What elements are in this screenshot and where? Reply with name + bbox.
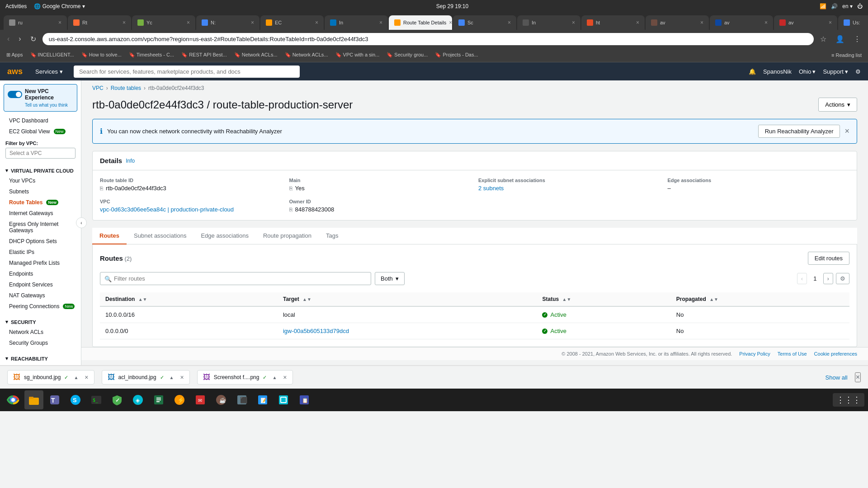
bookmark-7[interactable]: 🔖 VPC with a sin... bbox=[334, 51, 382, 59]
vpc-link[interactable]: vpc-0d63c3d06ee5ea84c | production-priva… bbox=[100, 206, 234, 213]
info-banner-close-button[interactable]: × bbox=[844, 127, 849, 136]
sidebar-item-nat-gateways[interactable]: NAT Gateways bbox=[0, 290, 81, 301]
taskbar-app-red[interactable]: ✉ bbox=[191, 390, 210, 409]
sidebar-item-vpc-dashboard[interactable]: VPC Dashboard bbox=[0, 115, 81, 126]
sidebar-item-endpoints[interactable]: Endpoints bbox=[0, 268, 81, 279]
subnets-link[interactable]: 2 subnets bbox=[478, 185, 504, 192]
bookmark-8[interactable]: 🔖 Security grou... bbox=[385, 51, 429, 59]
aws-notifications-icon[interactable]: 🔔 bbox=[749, 68, 756, 75]
bookmark-3[interactable]: 🔖 Timesheets - C... bbox=[127, 51, 176, 59]
taskbar-app-gray[interactable]: ⬛ bbox=[232, 390, 251, 409]
language-selector[interactable]: en ▾ bbox=[842, 3, 853, 9]
active-browser-tab[interactable]: Route Table Details × bbox=[389, 15, 452, 30]
taskbar-app-indigo[interactable]: 📋 bbox=[295, 390, 314, 409]
browser-tab[interactable]: Yc × bbox=[132, 15, 195, 30]
sidebar-section-header-security[interactable]: ▾ SECURITY bbox=[0, 315, 81, 327]
taskbar-app-orange[interactable]: ⚡ bbox=[170, 390, 189, 409]
download-item-2[interactable]: 🖼 acl_inbound.jpg ✓ ▲ × bbox=[102, 370, 190, 385]
vpc-experience-toggle[interactable]: New VPC Experience bbox=[8, 88, 73, 101]
settings-icon[interactable]: ⚙ bbox=[855, 68, 861, 75]
taskbar-apps-button[interactable]: ⋮⋮⋮ bbox=[833, 393, 864, 407]
copy-icon[interactable]: ⎘ bbox=[289, 185, 292, 192]
table-settings-button[interactable]: ⚙ bbox=[836, 273, 849, 284]
aws-search-input[interactable] bbox=[74, 66, 300, 78]
bookmark-9[interactable]: 🔖 Projects - Das... bbox=[433, 51, 480, 59]
col-destination[interactable]: Destination ▲▼ bbox=[100, 292, 278, 306]
taskbar-app-skype[interactable]: S bbox=[66, 390, 85, 409]
taskbar-app-terminal[interactable]: $_ bbox=[87, 390, 106, 409]
reload-button[interactable]: ↻ bbox=[28, 33, 39, 45]
profile-button[interactable]: 👤 bbox=[833, 33, 847, 45]
next-page-button[interactable]: › bbox=[823, 273, 833, 284]
download-chevron-icon[interactable]: ▲ bbox=[74, 375, 78, 380]
routes-filter-input[interactable] bbox=[100, 272, 371, 285]
sidebar-item-your-vpcs[interactable]: Your VPCs bbox=[0, 175, 81, 186]
igw-link[interactable]: igw-00a5b605133d79dcd bbox=[283, 328, 349, 334]
power-icon[interactable]: ⏻ bbox=[857, 3, 863, 9]
download-chevron-icon[interactable]: ▲ bbox=[272, 375, 277, 380]
taskbar-app-files[interactable] bbox=[24, 390, 43, 409]
sidebar-item-peering-connections[interactable]: Peering Connections New bbox=[0, 301, 81, 312]
sidebar-item-endpoint-services[interactable]: Endpoint Services bbox=[0, 279, 81, 290]
cookie-preferences-link[interactable]: Cookie preferences bbox=[814, 351, 857, 357]
browser-tab[interactable]: EC × bbox=[260, 15, 324, 30]
sidebar-item-dhcp[interactable]: DHCP Options Sets bbox=[0, 236, 81, 247]
taskbar-app-teams[interactable]: T bbox=[45, 390, 64, 409]
details-info-link[interactable]: Info bbox=[126, 158, 135, 164]
taskbar-app-brown[interactable]: ☕ bbox=[212, 390, 231, 409]
bookmark-button[interactable]: ☆ bbox=[817, 33, 829, 45]
vpc-experience-switch[interactable] bbox=[8, 91, 22, 98]
browser-tab[interactable]: N: × bbox=[196, 15, 259, 30]
vpc-experience-sub[interactable]: Tell us what you think bbox=[25, 103, 73, 108]
address-bar[interactable] bbox=[42, 33, 814, 45]
browser-tab[interactable]: Sc × bbox=[453, 15, 516, 30]
show-all-button[interactable]: Show all bbox=[826, 374, 848, 381]
sidebar-item-security-groups[interactable]: Security Groups bbox=[0, 338, 81, 348]
services-menu-button[interactable]: Services ▾ bbox=[32, 66, 66, 77]
sidebar-item-subnets[interactable]: Subnets bbox=[0, 186, 81, 197]
aws-region-menu[interactable]: Ohio ▾ bbox=[799, 68, 816, 75]
bookmark-1[interactable]: 🔖 INCELLIGENT... bbox=[28, 51, 76, 59]
sidebar-collapse-button[interactable]: ‹ bbox=[76, 217, 87, 228]
download-close-button[interactable]: × bbox=[85, 374, 88, 381]
copy-icon[interactable]: ⎘ bbox=[289, 206, 292, 213]
aws-user-menu[interactable]: SpanosNik bbox=[763, 68, 792, 75]
actions-button[interactable]: Actions ▾ bbox=[818, 98, 857, 112]
col-target[interactable]: Target ▲▼ bbox=[278, 292, 537, 306]
back-button[interactable]: ‹ bbox=[5, 33, 12, 45]
terms-of-use-link[interactable]: Terms of Use bbox=[778, 351, 807, 357]
sidebar-section-header-reachability[interactable]: ▾ REACHABILITY bbox=[0, 352, 81, 363]
browser-tab[interactable]: Rt × bbox=[68, 15, 131, 30]
sidebar-item-route-tables[interactable]: Route Tables New bbox=[0, 197, 81, 208]
download-bar-close-button[interactable]: × bbox=[855, 372, 861, 382]
sidebar-item-network-acls[interactable]: Network ACLs bbox=[0, 327, 81, 338]
chrome-indicator[interactable]: 🌐 Google Chrome ▾ bbox=[34, 3, 85, 9]
col-status[interactable]: Status ▲▼ bbox=[537, 292, 670, 306]
browser-tab[interactable]: ht × bbox=[581, 15, 645, 30]
taskbar-app-shield[interactable]: ✓ bbox=[108, 390, 127, 409]
browser-tab[interactable]: In × bbox=[517, 15, 580, 30]
taskbar-app-tool[interactable]: ◈ bbox=[128, 390, 147, 409]
privacy-policy-link[interactable]: Privacy Policy bbox=[739, 351, 770, 357]
prev-page-button[interactable]: ‹ bbox=[797, 273, 807, 284]
sidebar-item-internet-gateways[interactable]: Internet Gateways bbox=[0, 208, 81, 219]
tab-subnet-associations[interactable]: Subnet associations bbox=[127, 228, 193, 244]
bookmark-4[interactable]: 🔖 REST API Best... bbox=[179, 51, 229, 59]
download-close-button[interactable]: × bbox=[180, 374, 184, 381]
tab-tags[interactable]: Tags bbox=[319, 228, 345, 244]
sidebar-item-egress-only[interactable]: Egress Only Internet Gateways bbox=[0, 219, 81, 236]
copy-icon[interactable]: ⎘ bbox=[100, 185, 103, 192]
browser-tab[interactable]: av × bbox=[710, 15, 773, 30]
bookmark-2[interactable]: 🔖 How to solve... bbox=[80, 51, 123, 59]
aws-support-menu[interactable]: Support ▾ bbox=[823, 68, 848, 75]
taskbar-app-spreadsheet[interactable] bbox=[149, 390, 168, 409]
bookmark-5[interactable]: 🔖 Network ACLs... bbox=[232, 51, 279, 59]
breadcrumb-route-tables-link[interactable]: Route tables bbox=[111, 85, 141, 91]
taskbar-app-virtualbox[interactable] bbox=[274, 390, 293, 409]
forward-button[interactable]: › bbox=[16, 33, 24, 45]
download-close-button[interactable]: × bbox=[283, 374, 287, 381]
both-dropdown[interactable]: Both ▾ bbox=[375, 272, 405, 285]
taskbar-app-blue-note[interactable]: 📝 bbox=[253, 390, 272, 409]
tab-routes[interactable]: Routes bbox=[92, 228, 127, 244]
browser-tab[interactable]: Us: × bbox=[838, 15, 868, 30]
